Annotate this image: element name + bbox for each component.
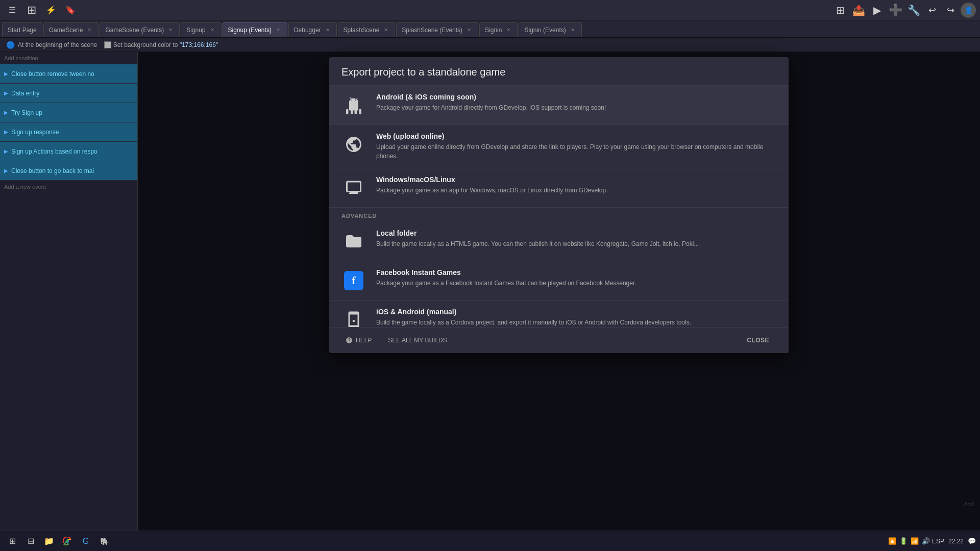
right-panel: Add Export project to a standalone game: [138, 52, 980, 531]
item-label: Data entry: [11, 90, 39, 97]
web-title: Web (upload online): [376, 132, 776, 140]
arrow-icon: ▶: [4, 129, 8, 135]
tab-signin-events[interactable]: Signin (Events) ✕: [519, 22, 581, 37]
modal-body: Android (& iOS coming soon) Package your…: [329, 86, 789, 327]
notification-icon[interactable]: 💬: [968, 537, 976, 545]
help-button[interactable]: HELP: [341, 335, 376, 346]
local-desc: Build the game locally as a HTML5 game. …: [376, 239, 776, 248]
taskbar-files-icon[interactable]: 📁: [41, 533, 57, 549]
arrow-icon: ▶: [4, 110, 8, 115]
scene-tag: 🔵 At the beginning of the scene: [6, 41, 97, 49]
export-option-ios-manual[interactable]: iOS & Android (manual) Build the game lo…: [329, 300, 789, 327]
list-item-signup-actions[interactable]: ▶ Sign up Actions based on respo: [0, 142, 137, 161]
taskbar-right: ESP 22:22 💬: [932, 537, 976, 545]
export-option-android[interactable]: Android (& iOS coming soon) Package your…: [329, 86, 789, 125]
list-item-data-entry[interactable]: ▶ Data entry: [0, 84, 137, 103]
android-icon: [341, 93, 366, 117]
tab-close-icon[interactable]: ✕: [465, 27, 473, 33]
battery-icon: 🔋: [899, 537, 908, 545]
color-preview: [104, 41, 111, 48]
arrow-icon: ▶: [4, 90, 8, 96]
taskbar-gdevelop-icon[interactable]: G: [78, 533, 94, 549]
wifi-icon: 📶: [911, 537, 919, 545]
toolbar-undo-icon[interactable]: ↩: [924, 2, 940, 18]
list-item-try-signup[interactable]: ▶ Try Sign up: [0, 103, 137, 122]
builds-label: SEE ALL MY BUILDS: [388, 337, 447, 344]
taskbar-mastodon-icon[interactable]: 🐘: [96, 533, 112, 549]
tab-gamescene[interactable]: GameScene ✕: [43, 22, 99, 37]
item-label: Sign up Actions based on respo: [11, 148, 97, 155]
add-event-bottom[interactable]: Add a new event: [0, 181, 137, 193]
toolbar-add-icon[interactable]: ➕: [887, 2, 903, 18]
tab-splashscene-events[interactable]: SplashScene (Events) ✕: [396, 22, 478, 37]
item-label: Sign up response: [11, 129, 59, 136]
add-condition[interactable]: Add condition: [0, 52, 137, 64]
modal-close-button[interactable]: CLOSE: [740, 334, 776, 347]
tab-close-icon[interactable]: ✕: [505, 27, 512, 33]
taskbar-windows-icon[interactable]: ⊟: [22, 533, 39, 549]
toolbar-redo-icon[interactable]: ↪: [942, 2, 959, 18]
facebook-icon: f: [341, 268, 366, 293]
toolbar-icon-1[interactable]: ⊞: [23, 2, 40, 18]
tab-start-page[interactable]: Start Page: [2, 22, 42, 37]
tab-label: SplashScene (Events): [402, 27, 462, 34]
toolbar-layout-icon[interactable]: ⊞: [832, 2, 848, 18]
tab-gamescene-events[interactable]: GameScene (Events) ✕: [100, 22, 180, 37]
tab-close-icon[interactable]: ✕: [209, 27, 216, 33]
main-content: Add condition ▶ Close button remove twee…: [0, 52, 980, 531]
modal-footer: HELP SEE ALL MY BUILDS CLOSE: [329, 327, 789, 353]
list-item-signup-response[interactable]: ▶ Sign up response: [0, 122, 137, 142]
item-label: Close button remove tween no: [11, 70, 94, 78]
action-label: Set background color to: [113, 41, 178, 48]
export-option-facebook[interactable]: f Facebook Instant Games Package your ga…: [329, 261, 789, 300]
sys-icons: 🔼 🔋 📶 🔊: [888, 537, 930, 545]
android-title: Android (& iOS coming soon): [376, 93, 776, 101]
see-builds-button[interactable]: SEE ALL MY BUILDS: [384, 335, 451, 346]
cordova-icon: [341, 308, 366, 327]
tab-close-icon[interactable]: ✕: [382, 27, 389, 33]
tab-signup[interactable]: Signup ✕: [181, 22, 221, 37]
language-label: ESP: [932, 538, 944, 545]
export-option-local[interactable]: Local folder Build the game locally as a…: [329, 222, 789, 261]
toolbar-menu-icon[interactable]: ☰: [4, 2, 20, 18]
toolbar-icon-3[interactable]: 🔖: [62, 2, 79, 18]
tab-debugger[interactable]: Debugger ✕: [288, 22, 337, 37]
user-avatar[interactable]: 👤: [961, 3, 976, 18]
tab-label: Debugger: [294, 27, 321, 34]
toolbar-icon-2[interactable]: ⚡: [43, 2, 59, 18]
tab-signup-events[interactable]: Signup (Events) ✕: [223, 22, 287, 37]
close-label: CLOSE: [747, 337, 769, 344]
scene-name: At the beginning of the scene: [18, 41, 97, 48]
item-label: Close button to go back to mai: [11, 167, 94, 174]
toolbar-publish-icon[interactable]: 📤: [850, 2, 867, 18]
tab-close-icon[interactable]: ✕: [275, 27, 282, 33]
tab-close-icon[interactable]: ✕: [324, 27, 331, 33]
export-option-windows[interactable]: Windows/macOS/Linux Package your game as…: [329, 168, 789, 208]
tab-close-icon[interactable]: ✕: [167, 27, 174, 33]
list-item-close-button[interactable]: ▶ Close button to go back to mai: [0, 161, 137, 181]
taskbar-chrome-icon[interactable]: [59, 533, 76, 549]
toolbar-debug-icon[interactable]: 🔧: [905, 2, 922, 18]
export-modal: Export project to a standalone game Andr…: [329, 57, 789, 353]
tab-close-icon[interactable]: ✕: [86, 27, 93, 33]
network-icon: 🔼: [888, 537, 896, 545]
tab-label: GameScene (Events): [105, 27, 164, 34]
tab-signin[interactable]: Signin ✕: [479, 22, 518, 37]
android-desc: Package your game for Android directly f…: [376, 103, 776, 112]
item-label: Try Sign up: [11, 109, 42, 116]
tab-splashscene[interactable]: SplashScene ✕: [338, 22, 396, 37]
export-option-web[interactable]: Web (upload online) Upload your game onl…: [329, 125, 789, 168]
facebook-info: Facebook Instant Games Package your game…: [376, 268, 776, 288]
list-item-close-tween[interactable]: ▶ Close button remove tween no: [0, 64, 137, 84]
toolbar-preview-icon[interactable]: ▶: [869, 2, 885, 18]
tab-close-icon[interactable]: ✕: [569, 27, 576, 33]
clock: 22:22: [948, 538, 964, 545]
tab-label: Start Page: [8, 27, 37, 34]
folder-icon: [341, 229, 366, 254]
web-info: Web (upload online) Upload your game onl…: [376, 132, 776, 161]
tab-label: SplashScene: [344, 27, 380, 34]
modal-header: Export project to a standalone game: [329, 57, 789, 86]
start-button[interactable]: ⊞: [4, 533, 20, 549]
ios-manual-desc: Build the game locally as a Cordova proj…: [376, 318, 776, 327]
tab-label: Signup: [186, 27, 205, 34]
